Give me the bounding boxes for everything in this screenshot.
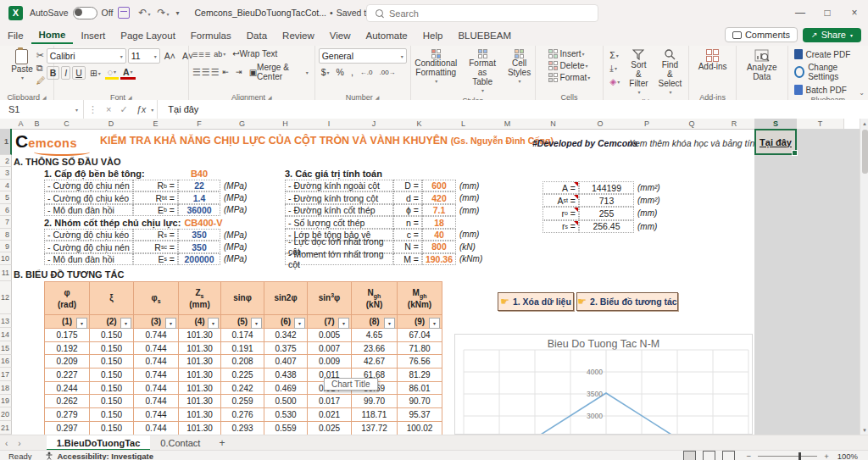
table-cell[interactable]: 0.744 [134,421,179,435]
draw-chart-button[interactable]: ☛2. Biểu đồ tương tác [576,292,678,311]
table-header-cell[interactable]: φ (rad) [45,282,90,315]
close-button[interactable]: × [841,0,868,25]
embedded-chart[interactable]: Bieu Do Tuong Tac N-M 4000350030002500 [454,334,753,435]
increase-indent-icon[interactable]: ⇥ [233,67,245,77]
table-cell[interactable]: 0.007 [308,341,352,355]
table-cell[interactable]: 90.70 [398,395,442,408]
wrap-text-button[interactable]: ↩ Wrap Text [230,48,280,59]
comments-button[interactable]: Comments [725,27,798,42]
row-header-9[interactable]: 9 [0,241,12,252]
table-cell[interactable]: 0.744 [134,369,179,382]
table-cell[interactable]: 0.530 [264,408,308,422]
table-cell[interactable]: 0.293 [221,421,264,435]
sheet-grid[interactable]: ABCDEFGHIJKLMNOPQRST 1234567891011121314… [0,119,860,435]
ribbon-tab-automate[interactable]: Automate [359,28,415,43]
table-cell[interactable]: 0.744 [134,355,179,369]
table-header-cell[interactable]: Mgh (kNm) [398,282,442,315]
zoom-slider[interactable] [758,456,817,457]
cell-styles-button[interactable]: Cell Styles▾ [504,48,534,87]
borders-button[interactable]: ⊞▾ [87,67,103,79]
table-header-cell[interactable]: sin2φ [264,282,308,315]
table-cell[interactable]: 101.30 [179,341,221,355]
sort-filter-button[interactable]: Sort & Filter▾ [626,48,651,98]
table-cell[interactable]: 0.192 [45,341,90,355]
fill-handle[interactable] [792,150,798,156]
filter-dropdown-icon[interactable]: ▾ [208,318,219,329]
prev-sheet-icon[interactable]: ‹ [0,439,13,448]
conditional-formatting-button[interactable]: Conditional Formatting▾ [411,48,460,87]
param-row[interactable]: - Đường kính ngoài cột D = 600 (mm) [285,180,497,191]
table-cell[interactable]: 101.30 [179,329,221,342]
table-cell[interactable]: 0.150 [90,355,134,369]
column-header-F[interactable]: F [178,119,221,130]
row-header-6[interactable]: 6 [0,204,12,216]
row-header-20[interactable]: 20 [0,407,12,421]
align-top-icon[interactable]: ≡ [192,49,197,59]
table-header-cell[interactable]: sinφ [221,282,264,315]
row-header-5[interactable]: 5 [0,191,12,204]
excel-app-icon[interactable]: X [8,6,23,20]
table-cell[interactable]: 0.744 [134,329,179,342]
row-header-2[interactable]: 2 [0,155,12,167]
column-header-C[interactable]: C [44,119,90,130]
font-color-button[interactable]: A▾ [120,67,136,80]
table-cell[interactable]: 118.71 [352,408,398,422]
column-header-Q[interactable]: Q [670,119,715,130]
row-header-14[interactable]: 14 [0,328,12,341]
filter-dropdown-icon[interactable]: ▾ [120,318,131,329]
param-row[interactable]: - Cường độ chịu kéo Rbt = 1.4 (MPa) [44,191,261,203]
search-input[interactable]: Search [366,4,598,22]
ribbon-tab-review[interactable]: Review [275,28,322,43]
table-cell[interactable]: 0.242 [221,381,264,395]
table-cell[interactable]: 23.66 [352,341,398,355]
sheet-tab-1.bieudotuongtac[interactable]: 1.BieuDoTuongTac [47,435,151,451]
ribbon-tab-formulas[interactable]: Formulas [183,28,239,43]
table-cell[interactable]: 0.438 [264,369,308,382]
table-cell[interactable]: 0.227 [45,369,90,382]
filter-dropdown-icon[interactable]: ▾ [251,318,262,329]
table-cell[interactable]: 0.150 [90,408,134,422]
table-cell[interactable]: 101.30 [179,355,221,369]
table-cell[interactable]: 0.276 [221,408,264,422]
row-header-17[interactable]: 17 [0,368,12,381]
table-cell[interactable]: 0.150 [90,341,134,355]
table-cell[interactable]: 0.244 [45,381,90,395]
table-cell[interactable]: 0.175 [45,329,90,342]
table-cell[interactable]: 101.30 [179,421,221,435]
maximize-button[interactable]: □ [814,0,841,25]
zoom-out-button[interactable]: − [747,452,752,460]
autosum-button[interactable]: Σ▾ [607,49,622,61]
new-sheet-button[interactable]: + [210,437,233,449]
share-button[interactable]: ↗ Share ▾ [803,28,861,42]
table-cell[interactable]: 71.80 [398,341,442,355]
confirm-entry-icon[interactable]: ✓ [115,104,131,115]
table-cell[interactable]: 0.342 [264,329,308,342]
column-header-J[interactable]: J [351,119,398,130]
undo-icon[interactable]: ↶▾ [135,7,153,19]
column-header-H[interactable]: H [264,119,308,130]
redo-icon[interactable]: ↷▾ [153,7,172,19]
font-dialog-launcher[interactable]: ◢ [128,94,132,100]
filter-dropdown-icon[interactable]: ▾ [165,318,176,329]
formula-menu-icon[interactable]: ⋮ [84,104,102,115]
ribbon-tab-home[interactable]: Home [31,27,74,44]
table-cell[interactable]: 101.30 [179,369,221,382]
table-cell[interactable]: 0.005 [308,329,352,342]
font-size-select[interactable]: 11▾ [128,48,160,64]
row-header-19[interactable]: 19 [0,395,12,407]
table-cell[interactable]: 0.150 [90,421,134,435]
format-cells-button[interactable]: Format▾ [546,72,593,83]
row-header-13[interactable]: 13 [0,314,12,328]
clear-data-button[interactable]: ☛1. Xóa dữ liệu [498,292,574,311]
page-break-view-button[interactable] [722,451,735,460]
table-cell[interactable]: 100.02 [398,421,442,435]
table-cell[interactable]: 81.29 [398,369,442,382]
insert-cells-button[interactable]: Insert▾ [546,48,587,59]
zoom-slider-handle[interactable] [798,452,801,460]
table-cell[interactable]: 76.56 [398,355,442,369]
ribbon-tab-insert[interactable]: Insert [73,28,113,43]
formula-fx-chevron-icon[interactable]: ▾ [151,107,153,113]
table-header-cell[interactable]: sin3φ [308,282,352,315]
change-settings-button[interactable]: Change Settings [792,62,865,82]
table-cell[interactable]: 0.375 [264,341,308,355]
